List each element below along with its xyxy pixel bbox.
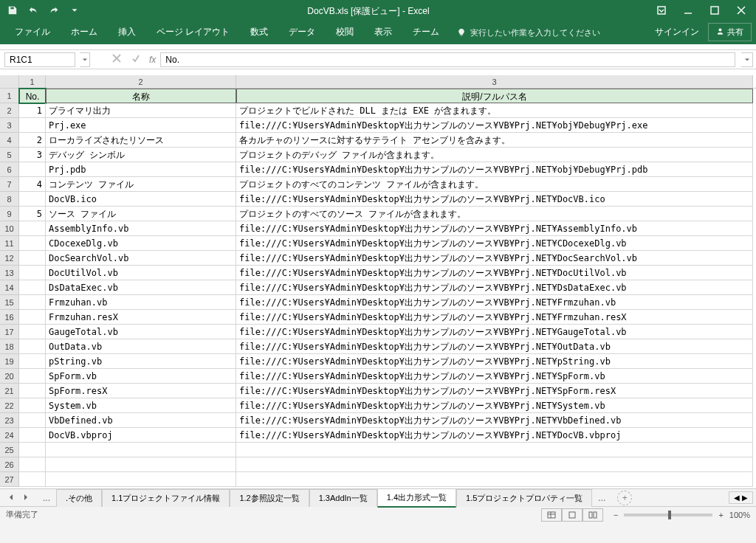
cell[interactable]: OutData.vb bbox=[46, 339, 236, 354]
ribbon-tab[interactable]: 挿入 bbox=[108, 21, 146, 44]
row-header[interactable]: 20 bbox=[0, 369, 19, 384]
row-header[interactable]: 27 bbox=[0, 472, 19, 487]
cell[interactable]: file:///C:¥Users¥Admin¥Desktop¥出力サンプルのソー… bbox=[236, 339, 753, 354]
cell[interactable] bbox=[46, 472, 236, 487]
add-sheet-button[interactable]: + bbox=[617, 491, 632, 505]
minimize-icon[interactable] bbox=[684, 6, 693, 17]
cell[interactable]: VbDefined.vb bbox=[46, 413, 236, 428]
cell[interactable] bbox=[46, 457, 236, 472]
row-header[interactable]: 25 bbox=[0, 443, 19, 457]
row-header[interactable]: 3 bbox=[0, 118, 19, 133]
share-button[interactable]: 共有 bbox=[708, 23, 752, 41]
ribbon-options-icon[interactable] bbox=[657, 6, 666, 17]
cell[interactable] bbox=[19, 413, 46, 428]
row-header[interactable]: 26 bbox=[0, 457, 19, 472]
cell[interactable] bbox=[19, 221, 46, 236]
cell-area[interactable]: No. 名称 説明/フルパス名 1プライマリ出力プロジェクトでビルドされた DL… bbox=[19, 89, 756, 487]
zoom-in-button[interactable]: + bbox=[718, 511, 723, 519]
column-header[interactable]: 3 bbox=[236, 75, 753, 88]
sheet-tab[interactable]: .その他 bbox=[56, 489, 102, 507]
cell[interactable]: SpForm.resX bbox=[46, 384, 236, 398]
close-icon[interactable] bbox=[737, 6, 746, 17]
row-header[interactable]: 22 bbox=[0, 398, 19, 413]
cell[interactable]: file:///C:¥Users¥Admin¥Desktop¥出力サンプルのソー… bbox=[236, 266, 753, 280]
cell[interactable] bbox=[19, 295, 46, 310]
cell[interactable]: 4 bbox=[19, 177, 46, 192]
cell[interactable]: プロジェクトのすべてのコンテンツ ファイルが含まれます。 bbox=[236, 177, 753, 192]
cell[interactable]: file:///C:¥Users¥Admin¥Desktop¥出力サンプルのソー… bbox=[236, 251, 753, 266]
cell[interactable]: file:///C:¥Users¥Admin¥Desktop¥出力サンプルのソー… bbox=[236, 236, 753, 251]
sheet-overflow-left[interactable]: ... bbox=[37, 493, 56, 503]
row-header[interactable]: 14 bbox=[0, 280, 19, 295]
cell[interactable]: 2 bbox=[19, 133, 46, 148]
cell[interactable]: Frmzuhan.vb bbox=[46, 295, 236, 310]
cell[interactable]: file:///C:¥Users¥Admin¥Desktop¥出力サンプルのソー… bbox=[236, 384, 753, 398]
cell[interactable]: file:///C:¥Users¥Admin¥Desktop¥出力サンプルのソー… bbox=[236, 413, 753, 428]
sheet-tab[interactable]: 1.2参照設定一覧 bbox=[230, 489, 309, 507]
cell[interactable] bbox=[19, 354, 46, 369]
cell[interactable]: DocVB.vbproj bbox=[46, 428, 236, 443]
cell[interactable] bbox=[19, 369, 46, 384]
row-header[interactable]: 9 bbox=[0, 207, 19, 221]
row-header[interactable]: 1 bbox=[0, 89, 19, 103]
row-header[interactable]: 8 bbox=[0, 192, 19, 207]
cell[interactable] bbox=[19, 325, 46, 339]
cell[interactable]: DsDataExec.vb bbox=[46, 280, 236, 295]
cell[interactable]: DocUtilVol.vb bbox=[46, 266, 236, 280]
cell[interactable]: デバッグ シンボル bbox=[46, 148, 236, 162]
row-header[interactable]: 23 bbox=[0, 413, 19, 428]
cell[interactable] bbox=[19, 457, 46, 472]
cell[interactable]: file:///C:¥Users¥Admin¥Desktop¥出力サンプルのソー… bbox=[236, 428, 753, 443]
zoom-slider[interactable] bbox=[624, 513, 712, 516]
row-header[interactable]: 12 bbox=[0, 251, 19, 266]
cell[interactable]: file:///C:¥Users¥Admin¥Desktop¥出力サンプルのソー… bbox=[236, 295, 753, 310]
sheet-tab[interactable]: 1.5プロジェクトプロパティ一覧 bbox=[456, 489, 592, 507]
cell[interactable]: プロジェクトでビルドされた DLL または EXE が含まれます。 bbox=[236, 103, 753, 118]
cell[interactable]: file:///C:¥Users¥Admin¥Desktop¥出力サンプルのソー… bbox=[236, 398, 753, 413]
cell-no-header[interactable]: No. bbox=[19, 89, 46, 103]
cell[interactable]: 3 bbox=[19, 148, 46, 162]
cell[interactable] bbox=[19, 398, 46, 413]
cell[interactable] bbox=[19, 428, 46, 443]
zoom-percent[interactable]: 100% bbox=[729, 511, 750, 519]
ribbon-tab[interactable]: 校閲 bbox=[326, 21, 364, 44]
cell[interactable] bbox=[19, 310, 46, 325]
cell[interactable]: file:///C:¥Users¥Admin¥Desktop¥出力サンプルのソー… bbox=[236, 354, 753, 369]
fx-icon[interactable]: fx bbox=[149, 55, 156, 65]
cell[interactable]: プロジェクトのデバッグ ファイルが含まれます。 bbox=[236, 148, 753, 162]
cell[interactable] bbox=[19, 192, 46, 207]
ribbon-tab[interactable]: 数式 bbox=[240, 21, 278, 44]
ribbon-tab[interactable]: ホーム bbox=[61, 21, 108, 44]
cell[interactable]: プロジェクトのすべてのソース ファイルが含まれます。 bbox=[236, 207, 753, 221]
sheet-overflow-right[interactable]: ... bbox=[592, 493, 611, 503]
cell[interactable] bbox=[19, 266, 46, 280]
tell-me-box[interactable]: 実行したい作業を入力してください bbox=[450, 23, 608, 44]
undo-icon[interactable] bbox=[28, 5, 38, 18]
cell[interactable] bbox=[236, 443, 753, 457]
row-header[interactable]: 2 bbox=[0, 103, 19, 118]
cancel-icon[interactable] bbox=[112, 54, 121, 65]
cell-desc-header[interactable]: 説明/フルパス名 bbox=[236, 89, 753, 103]
row-header[interactable]: 5 bbox=[0, 148, 19, 162]
cell[interactable]: pString.vb bbox=[46, 354, 236, 369]
row-header[interactable]: 13 bbox=[0, 266, 19, 280]
sheet-next-icon[interactable] bbox=[22, 493, 30, 503]
sheet-tab[interactable]: 1.1プロジェクトファイル情報 bbox=[102, 489, 230, 507]
ribbon-tab[interactable]: ページ レイアウト bbox=[146, 21, 240, 44]
cell[interactable]: file:///C:¥Users¥Admin¥Desktop¥出力サンプルのソー… bbox=[236, 325, 753, 339]
cell[interactable]: file:///C:¥Users¥Admin¥Desktop¥出力サンプルのソー… bbox=[236, 310, 753, 325]
column-header[interactable]: 1 bbox=[19, 75, 46, 88]
tab-split-handle[interactable]: ◀ ▶ bbox=[729, 491, 753, 504]
name-box[interactable] bbox=[4, 52, 75, 67]
view-normal-icon[interactable] bbox=[541, 508, 562, 522]
column-header[interactable]: 2 bbox=[46, 75, 236, 88]
cell[interactable]: file:///C:¥Users¥Admin¥Desktop¥出力サンプルのソー… bbox=[236, 162, 753, 177]
cell[interactable]: 1 bbox=[19, 103, 46, 118]
cell[interactable]: ローカライズされたリソース bbox=[46, 133, 236, 148]
row-header[interactable]: 4 bbox=[0, 133, 19, 148]
cell[interactable] bbox=[236, 472, 753, 487]
ribbon-tab[interactable]: ファイル bbox=[4, 21, 61, 44]
cell[interactable]: DocVB.ico bbox=[46, 192, 236, 207]
formula-expand-icon[interactable] bbox=[741, 52, 753, 67]
row-header[interactable]: 21 bbox=[0, 384, 19, 398]
